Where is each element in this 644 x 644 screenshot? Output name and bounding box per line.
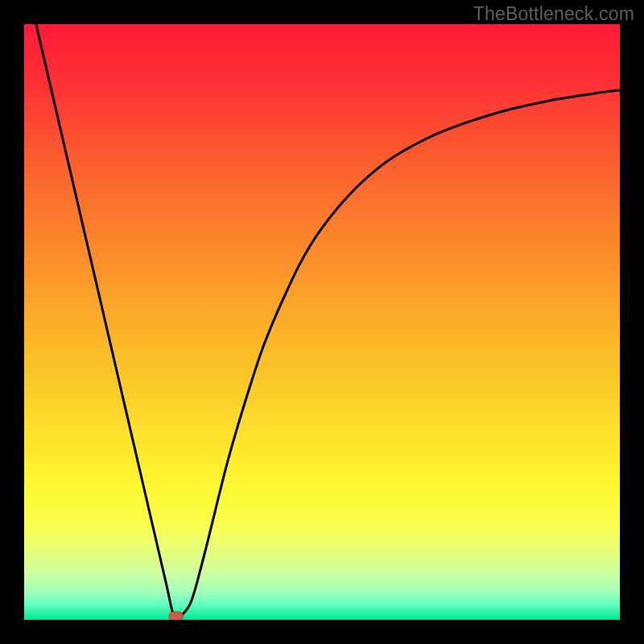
chart-svg [24,24,620,620]
chart-frame [24,24,620,620]
watermark-text: TheBottleneck.com [473,3,634,25]
chart-background-gradient [24,24,620,620]
optimal-point-marker [169,612,183,620]
